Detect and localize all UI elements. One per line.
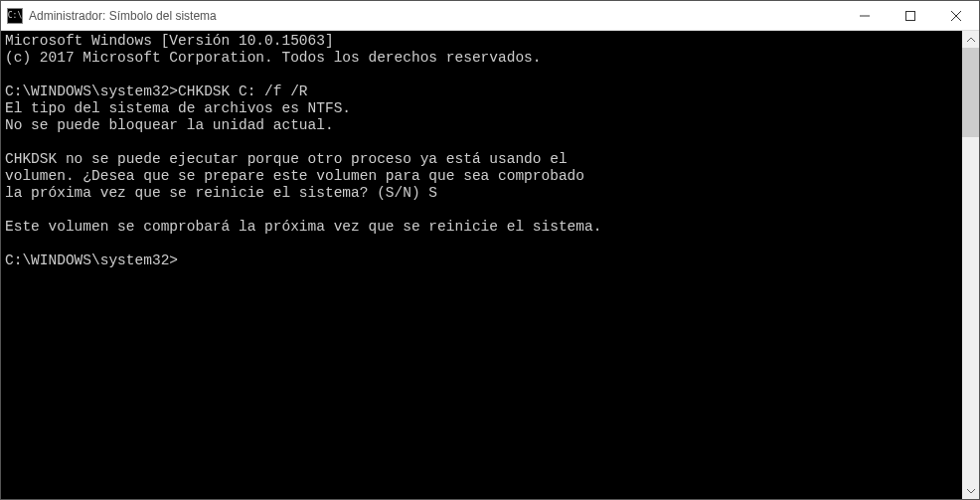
content-area: Microsoft Windows [Versión 10.0.15063] (… xyxy=(1,31,979,499)
terminal-line: El tipo del sistema de archivos es NTFS. xyxy=(5,100,351,116)
maximize-icon xyxy=(905,11,915,21)
close-button[interactable] xyxy=(933,1,979,30)
app-icon: C:\ xyxy=(7,8,23,24)
terminal-line: C:\WINDOWS\system32>CHKDSK C: /f /R xyxy=(5,83,308,99)
terminal-line: No se puede bloquear la unidad actual. xyxy=(5,117,334,133)
command-prompt-window: C:\ Administrador: Símbolo del sistema M… xyxy=(0,0,980,500)
scroll-thumb[interactable] xyxy=(962,48,979,137)
scroll-down-arrow[interactable] xyxy=(962,482,979,499)
terminal-line: volumen. ¿Desea que se prepare este volu… xyxy=(5,168,584,184)
window-title: Administrador: Símbolo del sistema xyxy=(29,9,842,23)
titlebar[interactable]: C:\ Administrador: Símbolo del sistema xyxy=(1,1,979,31)
terminal-line: la próxima vez que se reinicie el sistem… xyxy=(5,185,437,201)
vertical-scrollbar[interactable] xyxy=(962,31,979,499)
app-icon-text: C:\ xyxy=(8,11,22,20)
chevron-up-icon xyxy=(967,38,975,42)
close-icon xyxy=(951,11,961,21)
terminal-output[interactable]: Microsoft Windows [Versión 10.0.15063] (… xyxy=(1,31,962,499)
svg-rect-1 xyxy=(906,11,915,20)
maximize-button[interactable] xyxy=(888,1,933,30)
chevron-down-icon xyxy=(967,489,975,493)
scroll-track[interactable] xyxy=(962,48,979,482)
minimize-icon xyxy=(860,11,870,21)
scroll-up-arrow[interactable] xyxy=(962,31,979,48)
terminal-line: Este volumen se comprobará la próxima ve… xyxy=(5,219,601,235)
terminal-line: CHKDSK no se puede ejecutar porque otro … xyxy=(5,151,568,167)
terminal-line: (c) 2017 Microsoft Corporation. Todos lo… xyxy=(5,50,542,66)
window-controls xyxy=(842,1,979,30)
terminal-line: Microsoft Windows [Versión 10.0.15063] xyxy=(5,33,334,49)
minimize-button[interactable] xyxy=(842,1,888,30)
terminal-line: C:\WINDOWS\system32> xyxy=(5,252,178,268)
